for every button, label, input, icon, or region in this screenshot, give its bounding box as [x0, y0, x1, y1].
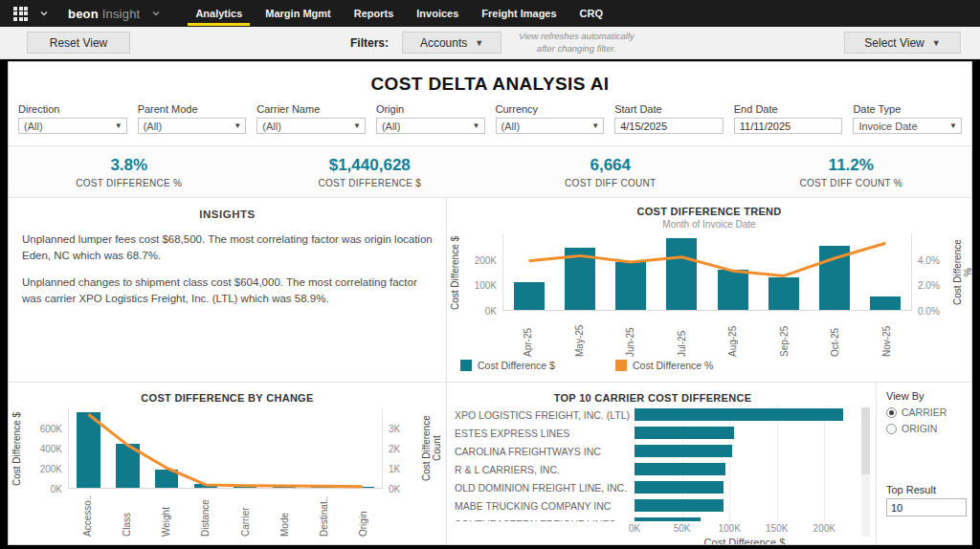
filter-select-origin[interactable]: (All)▼ — [376, 118, 485, 134]
reset-view-button[interactable]: Reset View — [27, 32, 130, 54]
x-label-slot: Accesso.. — [68, 493, 107, 542]
filter-label-parent-mode: Parent Mode — [138, 103, 247, 115]
kpi-label: COST DIFFERENCE % — [76, 178, 182, 188]
x-label-slot: Carrier — [226, 493, 265, 542]
x-label-distance: Distance — [200, 493, 211, 537]
kpi-label: COST DIFF COUNT — [565, 178, 656, 188]
kpi-label: COST DIFF COUNT % — [799, 178, 902, 188]
x-tick-0K: 0K — [629, 523, 640, 534]
right-axis-title: Cost Difference % — [954, 234, 971, 311]
filter-select-carrier-name[interactable]: (All)▼ — [256, 118, 366, 134]
brand-logo[interactable]: beon Insight — [68, 7, 140, 21]
view-by-radio-carrier[interactable]: CARRIER — [886, 406, 971, 418]
insights-panel: INSIGHTS Unplanned lumper fees cost $68,… — [9, 198, 447, 382]
chevron-down-icon[interactable] — [39, 9, 49, 18]
select-view-button[interactable]: Select View▼ — [844, 32, 961, 54]
nav-tab-crq[interactable]: CRQ — [568, 0, 614, 27]
kpi-value: $1,440,628 — [329, 156, 411, 175]
x-label-slot: Jun-25 — [605, 315, 657, 357]
bar-track — [635, 445, 855, 457]
filter-select-parent-mode[interactable]: (All)▼ — [138, 118, 247, 134]
carrier-bar-xpo-logistics-freight-inc-ltl[interactable] — [635, 408, 843, 421]
filter-value: (All) — [257, 121, 281, 132]
filter-input-start-date[interactable] — [614, 118, 724, 134]
top-result-input[interactable] — [886, 498, 967, 516]
brand-name: beon — [68, 7, 99, 21]
filter-value: (All) — [19, 121, 43, 132]
axis-tick: 2.0% — [918, 280, 940, 291]
filter-field-origin: Origin(All)▼ — [376, 103, 485, 134]
x-axis-ticks: 0K50K100K150K200K — [635, 521, 855, 535]
carrier-bar-carolina-freightways-inc[interactable] — [635, 445, 732, 457]
x-label-nov-25: Nov-25 — [881, 315, 892, 357]
nav-tab-freight-images[interactable]: Freight Images — [470, 0, 568, 27]
top-carrier-chart-title: TOP 10 CARRIER COST DIFFERENCE — [447, 392, 858, 404]
bar-track — [635, 463, 855, 475]
filter-date-input-end-date[interactable] — [735, 121, 842, 132]
x-tick-150K: 150K — [766, 523, 788, 534]
chevron-down-icon: ▼ — [353, 121, 361, 130]
filter-select-date-type[interactable]: Invoice Date▼ — [853, 118, 962, 134]
filter-select-currency[interactable]: (All)▼ — [496, 118, 605, 134]
nav-tabs: AnalyticsMargin MgmtReportsInvoicesFreig… — [184, 0, 614, 27]
carrier-rows: XPO LOGISTICS FREIGHT, INC. (LTL)ESTES E… — [455, 406, 855, 521]
carrier-bar-mabe-trucking-company-inc[interactable] — [635, 499, 724, 512]
carrier-label: ESTES EXPRESS LINES — [455, 428, 635, 439]
chevron-down-icon: ▼ — [949, 121, 957, 130]
axis-tick: 3K — [389, 424, 400, 434]
x-label-slot: Nov-25 — [861, 315, 913, 357]
chevron-down-icon: ▼ — [473, 121, 480, 130]
axis-tick: 0.0% — [918, 306, 940, 317]
bottom-row: COST DIFFERENCE BY CHANGE Cost Differenc… — [9, 383, 971, 544]
filter-field-end-date: End Date — [734, 103, 843, 134]
filter-value: (All) — [497, 121, 521, 132]
x-label-accesso: Accesso.. — [82, 493, 93, 537]
middle-row: INSIGHTS Unplanned lumper fees cost $68,… — [9, 198, 971, 383]
line-series — [69, 408, 382, 488]
x-tick-50K: 50K — [674, 523, 691, 534]
radio-label: CARRIER — [902, 406, 947, 418]
insights-title: INSIGHTS — [9, 209, 446, 220]
filter-date-input-start-date[interactable] — [615, 121, 723, 132]
radio-icon — [886, 424, 897, 434]
filter-field-start-date: Start Date — [614, 103, 724, 134]
spacer — [954, 311, 971, 357]
filter-input-end-date[interactable] — [734, 118, 843, 134]
brand-chevron-icon[interactable] — [151, 9, 161, 18]
spacer — [447, 311, 462, 357]
bar-track — [635, 427, 855, 439]
carrier-bar-r-l-carriers-inc[interactable] — [635, 463, 725, 475]
radio-label: ORIGIN — [902, 423, 937, 434]
top-carrier-chart-body: XPO LOGISTICS FREIGHT, INC. (LTL)ESTES E… — [455, 406, 855, 544]
view-by-panel: View By CARRIERORIGIN Top Result — [876, 383, 971, 544]
top-10-carrier-chart: TOP 10 CARRIER COST DIFFERENCE XPO LOGIS… — [447, 383, 971, 544]
axis-tick: 1K — [389, 464, 400, 474]
kpi-cost-diff-count: 11.2%COST DIFF COUNT % — [731, 146, 972, 197]
select-view-label: Select View — [864, 36, 924, 50]
scrollbar-thumb[interactable] — [861, 407, 870, 474]
x-label-oct-25: Oct-25 — [830, 315, 840, 357]
dashboard: COST DELTA ANALYSIS AI Direction(All)▼Pa… — [8, 61, 972, 545]
legend-label: Cost Difference $ — [478, 360, 555, 371]
accounts-label: Accounts — [420, 36, 467, 50]
accounts-dropdown-button[interactable]: Accounts▼ — [402, 32, 501, 54]
top-result-label: Top Result — [886, 484, 971, 495]
nav-tab-analytics[interactable]: Analytics — [184, 0, 254, 27]
x-label-sep-25: Sep-25 — [779, 315, 790, 357]
carrier-bar-estes-express-lines[interactable] — [635, 427, 734, 439]
x-label-carrier: Carrier — [240, 493, 251, 537]
nav-tab-margin-mgmt[interactable]: Margin Mgmt — [254, 0, 342, 27]
filter-select-direction[interactable]: (All)▼ — [18, 118, 127, 134]
plot-area — [502, 234, 912, 311]
legend-item-cost-difference: Cost Difference % — [615, 360, 770, 371]
kpi-label: COST DIFFERENCE $ — [318, 178, 421, 188]
x-label-slot: Class — [107, 493, 146, 542]
carrier-bar-old-dominion-freight-line-inc[interactable] — [635, 481, 724, 494]
view-by-radio-origin[interactable]: ORIGIN — [886, 423, 971, 434]
app-grid-icon[interactable] — [13, 7, 28, 21]
view-by-label: View By — [886, 390, 971, 402]
nav-tab-invoices[interactable]: Invoices — [405, 0, 470, 27]
nav-tab-reports[interactable]: Reports — [343, 0, 406, 27]
right-axis-title: Cost Difference Count — [417, 408, 446, 489]
chart-scrollbar[interactable] — [861, 407, 870, 537]
